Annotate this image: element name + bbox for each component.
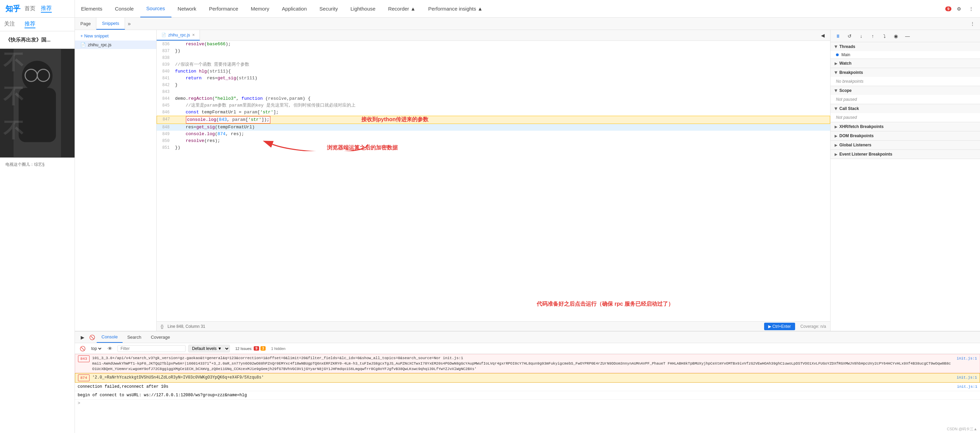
tab-security[interactable]: Security [313,0,344,17]
file-tree-content: + New snippet 📄 zhihu_rpc.js [75,30,156,331]
debug-watch-header[interactable]: ▶ Watch [830,59,980,68]
debug-global-header[interactable]: ▶ Global Listeners [830,141,980,149]
debug-more-btn[interactable]: — [903,31,912,41]
issues-badge: 12 Issues: 9 3 1 hidden [235,346,285,351]
callstack-label: Call Stack [839,106,859,111]
settings-button[interactable]: ⚙ [954,4,964,14]
global-chevron: ▶ [835,143,837,147]
code-line-850: 850 resolve(res); [157,138,830,144]
console-tab-console[interactable]: Console [97,331,123,343]
watch-chevron: ▶ [835,62,837,65]
file-tree-panel: + New snippet 📄 zhihu_rpc.js [75,30,157,331]
debug-step-btn[interactable]: ⤵ [880,31,889,41]
tab-performance[interactable]: Performance [203,0,245,17]
code-line-836: 836 resolve(base666); [157,41,830,48]
debug-scope-section: ▶ Scope Not paused [830,86,980,104]
file-item-zhihu-rpc[interactable]: 📄 zhihu_rpc.js [75,41,156,49]
console-eye-btn[interactable]: 👁 [105,344,115,353]
event-label: Event Listener Breakpoints [839,152,892,157]
tab-sources[interactable]: Sources [140,0,172,17]
breakpoints-chevron: ▶ [834,71,838,74]
console-text-begin-connect: begin of connect to wsURL: ws://127.0.0.… [78,392,977,398]
debug-step-over-btn[interactable]: ↺ [845,31,854,41]
watermark: CSDN @码卡三▲ [947,427,977,431]
code-editor-panel: 📄 zhihu_rpc.js ✕ ◀ 836 resolve(base666); [157,30,830,331]
zhihu-nav: 知乎 首页 推荐 [0,0,75,17]
tab-lighthouse[interactable]: Lighthouse [344,0,382,17]
tab-memory[interactable]: Memory [245,0,276,17]
subtab-more-btn[interactable]: » [125,21,134,27]
zhihu-recommend-btn[interactable]: 推荐 [24,21,35,28]
code-line-840: 840 function hlg(str111){ [157,68,830,75]
debug-breakpoints-header[interactable]: ▶ Breakpoints [830,68,980,77]
debug-thread-main[interactable]: Main [830,51,980,59]
zhihu-follow-btn[interactable]: 关注 [4,21,15,28]
scope-content: Not paused [830,95,980,104]
run-hint-annotation: 代码准备好之后点击运行（确保 rpc 服务已经启动过了） [537,301,673,308]
debug-step-out-btn[interactable]: ↑ [868,31,878,41]
svg-text:不: 不 [3,119,24,142]
xhr-chevron: ▶ [835,125,837,128]
console-levels-select[interactable]: Default levels ▼ [188,345,230,352]
debug-watch-section: ▶ Watch [830,59,980,68]
threads-chevron: ▶ [834,45,838,48]
debug-breakpoints-section: ▶ Breakpoints No breakpoints [830,68,980,86]
subtab-snippets[interactable]: Snippets [96,18,125,30]
console-file-connection-failed[interactable]: init.js:1 [953,384,977,390]
debug-pause-btn[interactable]: ⏸ [833,31,843,41]
more-menu-button[interactable]: ⋮ [966,4,976,14]
debug-event-header[interactable]: ▶ Event Listener Breakpoints [830,150,980,159]
console-panel: ▶ 🚫 Console Search Coverage 🚫 top 👁 Defa… [75,331,980,433]
breakpoints-content: No breakpoints [830,77,980,86]
code-line-846: 846 const tempFormatUrl = param['str']; [157,109,830,116]
code-line-842: 842 } [157,82,830,89]
code-lines-container: 836 resolve(base666); 837 }) 838 [157,41,830,151]
new-snippet-button[interactable]: + New snippet [75,31,156,41]
zhihu-nav-home[interactable]: 首页 [24,5,35,12]
debug-deactivate-btn[interactable]: ◉ [891,31,900,41]
console-clear-btn[interactable]: 🚫 [87,333,97,342]
console-file-874[interactable]: init.js:1 [953,374,977,381]
editor-tab-close[interactable]: ✕ [192,33,195,37]
editor-tab-zhihu-rpc[interactable]: 📄 zhihu_rpc.js ✕ [157,30,200,41]
code-line-844: 844 demo.regAction("hello3", function (r… [157,95,830,102]
console-output: 843 101_3_3.0+/api/v4/search_v3?gk_versi… [75,354,980,433]
editor-tab-label: zhihu_rpc.js [168,33,190,37]
console-context-select[interactable]: top [90,346,102,351]
debug-threads-header[interactable]: ▶ Threads [830,42,980,51]
console-execute-btn[interactable]: ▶ [78,333,87,342]
debug-scope-header[interactable]: ▶ Scope [830,86,980,95]
debug-event-section: ▶ Event Listener Breakpoints [830,150,980,159]
debug-dom-header[interactable]: ▶ DOM Breakpoints [830,132,980,140]
editor-nav-back[interactable]: ◀ [818,31,827,40]
zhihu-nav-recommend[interactable]: 推荐 [41,5,52,13]
run-snippet-button[interactable]: ▶ Ctrl+Enter [764,323,795,330]
article-image: 不 不 不 [0,49,75,158]
console-file-843[interactable]: init.js:1 [953,355,977,362]
format-btn[interactable]: {} [161,324,164,329]
console-tab-search[interactable]: Search [123,331,146,343]
subtab-page[interactable]: Page [75,18,96,30]
tab-recorder[interactable]: Recorder ▲ [382,0,422,17]
console-tab-coverage[interactable]: Coverage [146,331,175,343]
tab-console[interactable]: Console [109,0,140,17]
xhr-label: XHR/fetch Breakpoints [839,124,884,129]
console-prompt[interactable] [75,400,980,407]
file-name: zhihu_rpc.js [88,42,111,47]
console-toolbar-clear-btn[interactable]: 🚫 [78,344,87,353]
scope-chevron: ▶ [834,89,838,92]
console-tabs: ▶ 🚫 Console Search Coverage [75,331,980,343]
debug-xhr-header[interactable]: ▶ XHR/fetch Breakpoints [830,122,980,131]
tab-application[interactable]: Application [276,0,313,17]
console-filter-input[interactable] [118,345,186,352]
debug-callstack-header[interactable]: ▶ Call Stack [830,104,980,113]
console-badge-874: 874 [78,374,89,381]
tab-perf-insights[interactable]: Performance insights ▲ [422,0,489,17]
subtab-action-btn[interactable]: ⋮ [968,19,977,29]
global-label: Global Listeners [839,143,871,148]
editor-nav-icons: ◀ [815,31,830,40]
tab-network[interactable]: Network [172,0,203,17]
tab-elements[interactable]: Elements [75,0,109,17]
console-toolbar: 🚫 top 👁 Default levels ▼ 12 Issues: 9 3 … [75,343,980,354]
debug-step-into-btn[interactable]: ↓ [856,31,866,41]
